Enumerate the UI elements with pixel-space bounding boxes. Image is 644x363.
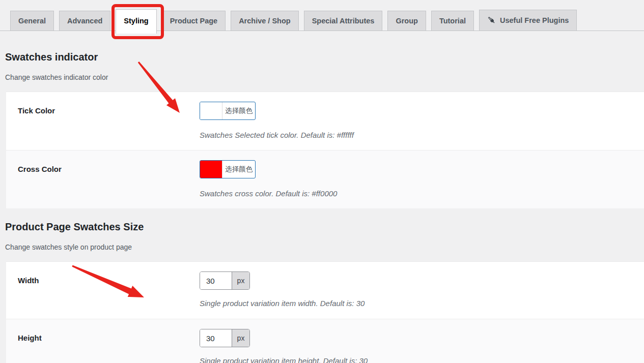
settings-table: Tick Color 选择颜色 Swatches Selected tick c… [6, 92, 644, 208]
setting-control: 选择颜色 Swatches Selected tick color. Defau… [200, 102, 634, 140]
cross-color-swatch [200, 161, 222, 178]
section-title: Swatches indicator [5, 51, 644, 63]
cross-color-picker-button[interactable]: 选择颜色 [200, 160, 256, 178]
tab-styling[interactable]: Styling [116, 9, 156, 34]
tab-archive-shop[interactable]: Archive / Shop [231, 11, 299, 31]
setting-row-tick-color: Tick Color 选择颜色 Swatches Selected tick c… [6, 92, 644, 150]
unit-label: px [232, 329, 249, 347]
tick-color-picker-button[interactable]: 选择颜色 [200, 102, 256, 120]
settings-table: Width px Single product variation item w… [6, 261, 644, 363]
tick-color-swatch [200, 102, 222, 119]
setting-label: Width [18, 271, 200, 309]
setting-control: px Single product variation item width. … [200, 271, 634, 309]
tab-advanced[interactable]: Advanced [59, 11, 110, 31]
tab-special-attributes[interactable]: Special Attributes [304, 11, 383, 31]
tab-group[interactable]: Group [387, 11, 426, 31]
tab-product-page[interactable]: Product Page [162, 11, 226, 31]
setting-row-width: Width px Single product variation item w… [6, 262, 644, 319]
height-input-group: px [200, 329, 250, 347]
width-input[interactable] [200, 272, 232, 289]
settings-tab-bar: General Advanced Styling Product Page Ar… [0, 0, 644, 31]
plugin-icon [487, 16, 496, 25]
section-subtitle: Change swatches style on product page [5, 243, 644, 252]
setting-control: 选择颜色 Swatches cross color. Default is: #… [200, 160, 634, 199]
height-input[interactable] [200, 329, 232, 347]
section-title: Product Page Swatches Size [5, 221, 644, 233]
section-swatches-indicator: Swatches indicator Change swatches indic… [0, 31, 644, 208]
setting-row-cross-color: Cross Color 选择颜色 Swatches cross color. D… [6, 150, 644, 208]
tab-label: Useful Free Plugins [500, 16, 569, 24]
tab-useful-free-plugins[interactable]: Useful Free Plugins [479, 10, 577, 31]
section-subtitle: Change swatches indicator color [5, 73, 644, 82]
setting-label: Tick Color [18, 102, 200, 140]
setting-row-height: Height px Single product variation item … [6, 319, 644, 363]
section-product-page-swatches-size: Product Page Swatches Size Change swatch… [0, 208, 644, 363]
setting-label: Height [18, 329, 200, 363]
width-input-group: px [200, 271, 250, 290]
setting-description: Swatches Selected tick color. Default is… [200, 130, 634, 140]
tab-general[interactable]: General [10, 11, 54, 31]
plugin-settings-page: General Advanced Styling Product Page Ar… [0, 0, 644, 363]
section-header: Product Page Swatches Size Change swatch… [0, 208, 644, 252]
select-color-label: 选择颜色 [222, 102, 255, 119]
tab-tutorial[interactable]: Tutorial [431, 11, 474, 31]
setting-description: Single product variation item height. De… [200, 356, 634, 363]
setting-description: Swatches cross color. Default is: #ff000… [200, 189, 634, 199]
setting-description: Single product variation item width. Def… [200, 298, 634, 309]
setting-label: Cross Color [18, 160, 200, 199]
unit-label: px [232, 272, 249, 289]
select-color-label: 选择颜色 [222, 161, 255, 178]
section-header: Swatches indicator Change swatches indic… [0, 31, 644, 82]
setting-control: px Single product variation item height.… [200, 329, 634, 363]
